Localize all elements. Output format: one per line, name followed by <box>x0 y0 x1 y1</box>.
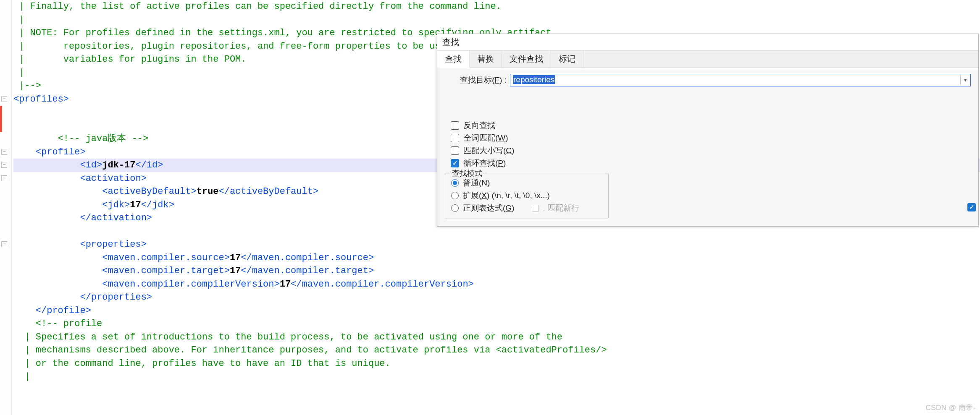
dialog-title: 查找 <box>437 34 978 51</box>
fold-toggle-icon[interactable]: − <box>1 241 7 247</box>
code-line[interactable]: <!-- profile <box>13 317 980 331</box>
checkbox-icon[interactable] <box>451 146 459 155</box>
find-options: 反向查找全词匹配(W)匹配大小写(C)✓循环查找(P) <box>451 120 971 169</box>
radio-icon[interactable] <box>451 204 459 212</box>
find-option[interactable]: 反向查找 <box>451 120 971 131</box>
search-mode-legend: 查找模式 <box>449 168 485 178</box>
fold-toggle-icon[interactable]: − <box>1 96 7 102</box>
code-line[interactable]: | Specifies a set of introductions to th… <box>13 331 980 344</box>
watermark: CSDN @ 南帝- <box>925 403 976 412</box>
code-line[interactable]: | or the command line, profiles have to … <box>13 357 980 371</box>
code-line[interactable]: <properties> <box>13 238 980 251</box>
search-mode-option[interactable]: 扩展(X) (\n, \r, \t, \0, \x...) <box>451 190 602 201</box>
find-option[interactable]: 全词匹配(W) <box>451 133 971 144</box>
match-newline-label: . 匹配新行 <box>543 203 580 214</box>
search-mode-option[interactable]: 普通(N) <box>451 177 602 188</box>
mode-label: 普通(N) <box>463 177 490 188</box>
change-marker <box>0 106 2 132</box>
find-target-value: repositories <box>513 75 555 84</box>
checkbox-icon <box>532 205 539 212</box>
checkbox-icon[interactable]: ✓ <box>451 159 459 167</box>
fold-toggle-icon[interactable]: − <box>1 162 7 168</box>
chevron-down-icon[interactable]: ▾ <box>960 75 969 85</box>
mode-label: 扩展(X) (\n, \r, \t, \0, \x...) <box>463 190 550 201</box>
code-line[interactable]: | mechanisms described above. For inheri… <box>13 344 980 357</box>
tab-替换[interactable]: 替换 <box>470 51 502 68</box>
checkbox-icon[interactable] <box>451 134 459 142</box>
code-line[interactable]: | Finally, the list of active profiles c… <box>13 0 980 13</box>
checkbox-icon[interactable] <box>451 121 459 130</box>
radio-icon[interactable] <box>451 192 459 199</box>
option-label: 全词匹配(W) <box>463 133 508 144</box>
tab-标记[interactable]: 标记 <box>551 51 583 68</box>
option-label: 反向查找 <box>463 120 495 131</box>
code-line[interactable]: <maven.compiler.source>17</maven.compile… <box>13 251 980 265</box>
code-line[interactable]: | <box>13 370 980 384</box>
dialog-tabs: 查找替换文件查找标记 <box>437 51 978 68</box>
find-dialog: 查找 查找替换文件查找标记 查找目标(F) : repositories ▾ 反… <box>437 34 979 227</box>
code-line[interactable]: <maven.compiler.compilerVersion>17</mave… <box>13 278 980 291</box>
radio-icon[interactable] <box>451 179 459 187</box>
code-line[interactable]: </properties> <box>13 291 980 304</box>
editor-gutter: −−−−− <box>0 0 12 415</box>
find-option[interactable]: ✓循环查找(P) <box>451 158 971 169</box>
code-line[interactable] <box>13 225 980 238</box>
option-label: 匹配大小写(C) <box>463 145 514 156</box>
fold-toggle-icon[interactable]: − <box>1 149 7 155</box>
side-toggle[interactable]: ✓ <box>967 202 976 211</box>
code-line[interactable]: | <box>13 13 980 27</box>
code-line[interactable]: </profile> <box>13 304 980 318</box>
option-label: 循环查找(P) <box>463 158 506 169</box>
find-option[interactable]: 匹配大小写(C) <box>451 145 971 156</box>
tab-查找[interactable]: 查找 <box>437 51 470 68</box>
search-mode-option[interactable]: 正则表达式(G) . 匹配新行 <box>451 203 602 214</box>
tab-文件查找[interactable]: 文件查找 <box>502 51 551 68</box>
mode-label: 正则表达式(G) <box>463 203 514 214</box>
search-mode-group: 查找模式 普通(N)扩展(X) (\n, \r, \t, \0, \x...)正… <box>445 173 609 219</box>
find-target-label: 查找目标(F) : <box>445 75 510 86</box>
fold-toggle-icon[interactable]: − <box>1 175 7 181</box>
find-target-input[interactable]: repositories ▾ <box>510 74 971 86</box>
code-line[interactable]: <maven.compiler.target>17</maven.compile… <box>13 264 980 278</box>
